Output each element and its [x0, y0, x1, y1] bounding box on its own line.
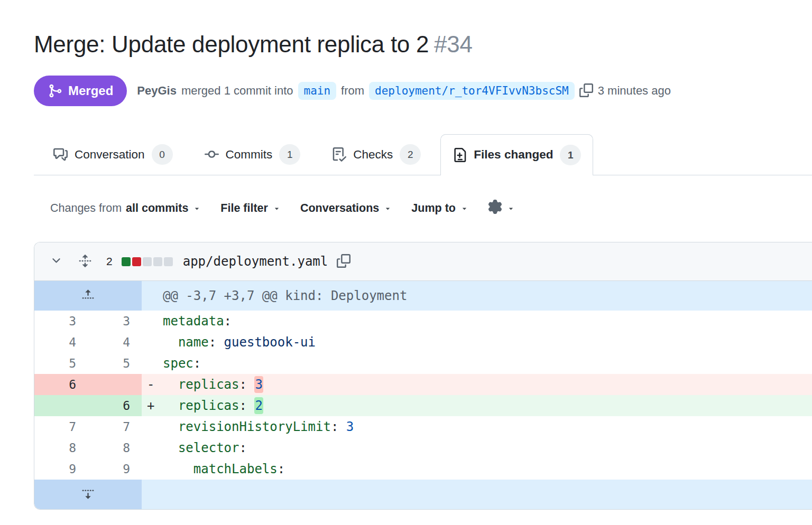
diffstat-squares [122, 257, 173, 266]
old-line-number[interactable]: 3 [34, 311, 88, 332]
code-line: spec: [142, 353, 812, 374]
collapse-file-button[interactable] [50, 255, 62, 268]
hunk-header-text: @@ -3,7 +3,7 @@ kind: Deployment [142, 281, 812, 311]
code-token [163, 398, 178, 413]
old-line-number[interactable]: 4 [34, 332, 88, 353]
code-token: : [224, 314, 232, 329]
git-merge-icon [48, 83, 62, 98]
expander-filler [142, 480, 812, 509]
code-token: : [239, 377, 247, 392]
base-branch-chip[interactable]: main [298, 82, 337, 100]
file-filter-dropdown[interactable]: File filter [220, 202, 281, 215]
code-token: metadata [163, 314, 224, 329]
code-line: revisionHistoryLimit: 3 [142, 416, 812, 437]
unfold-icon [78, 254, 92, 269]
byline-action-text: merged 1 commit into [181, 84, 293, 98]
tab-files-changed[interactable]: Files changed 1 [440, 134, 593, 175]
code-token: 3 [254, 376, 263, 393]
diff-settings-dropdown[interactable] [488, 200, 515, 217]
old-line-number[interactable] [34, 395, 88, 416]
old-line-number[interactable]: 8 [34, 437, 88, 458]
changes-from-value: all commits [126, 202, 188, 215]
tab-label: Commits [226, 148, 273, 162]
new-line-number[interactable]: 5 [88, 353, 142, 374]
new-line-number[interactable]: 8 [88, 437, 142, 458]
triangle-down-icon [384, 204, 392, 212]
diff-file-card: 2 app/deployment.yaml @@ -3,7 +3,7 @@ ki… [34, 242, 812, 510]
code-token: : [209, 335, 216, 350]
code-token: selector [178, 440, 239, 455]
code-token: : [239, 440, 247, 455]
diff-sign: - [147, 374, 163, 395]
triangle-down-icon [193, 204, 201, 212]
pr-number: #34 [434, 31, 473, 57]
merged-time: 3 minutes ago [598, 84, 671, 98]
diff-row-context: 99 matchLabels: [34, 458, 812, 480]
copy-branch-button[interactable] [579, 83, 593, 99]
new-line-number[interactable]: 9 [88, 458, 142, 480]
new-line-number[interactable]: 4 [88, 332, 142, 353]
code-token [163, 335, 178, 350]
diff-sign: + [147, 395, 163, 416]
jump-to-dropdown[interactable]: Jump to [411, 202, 468, 215]
pull-request-page: Merge: Update deployment replica to 2#34… [0, 30, 812, 106]
code-token [338, 419, 346, 434]
old-line-number[interactable]: 7 [34, 416, 88, 437]
file-changes-count: 2 [106, 255, 113, 268]
diff-row-addition: 6+ replicas: 2 [34, 395, 812, 416]
old-line-number[interactable]: 6 [34, 374, 88, 395]
code-token: : [193, 356, 201, 371]
code-token [216, 335, 224, 350]
diffstat-neutral-square [164, 257, 173, 266]
new-line-number[interactable]: 3 [88, 311, 142, 332]
code-token: spec [163, 356, 193, 371]
old-line-number[interactable]: 9 [34, 458, 88, 480]
tab-label: Files changed [474, 148, 553, 162]
tab-counter: 1 [560, 145, 581, 165]
diff-row-expander [34, 480, 812, 509]
tab-counter: 2 [400, 144, 421, 165]
tab-commits[interactable]: Commits 1 [192, 134, 313, 175]
expand-down-button[interactable] [79, 485, 97, 504]
expand-all-button[interactable] [78, 254, 92, 269]
triangle-down-icon [507, 204, 515, 212]
copy-icon [337, 254, 350, 269]
head-branch-chip[interactable]: deployment/r_tor4VFIvvN3bscSM [369, 82, 575, 100]
tab-label: Conversation [75, 148, 145, 162]
jump-to-label: Jump to [411, 202, 456, 215]
code-token [163, 419, 178, 434]
new-line-number[interactable]: 6 [88, 395, 142, 416]
expander-gutter [34, 480, 142, 509]
tab-checks[interactable]: Checks 2 [320, 134, 433, 175]
tab-conversation[interactable]: Conversation 0 [41, 134, 185, 175]
diff-row-context: 44 name: guestbook-ui [34, 332, 812, 353]
pr-byline: PeyGis merged 1 commit into main from de… [137, 82, 671, 100]
file-diff-icon [453, 148, 467, 162]
file-path: app/deployment.yaml [183, 254, 328, 269]
pr-meta-row: Merged PeyGis merged 1 commit into main … [34, 76, 812, 106]
new-line-number[interactable] [88, 374, 142, 395]
code-line: name: guestbook-ui [142, 332, 812, 353]
byline-from-text: from [341, 84, 364, 98]
diff-row-context: 55spec: [34, 353, 812, 374]
code-line: + replicas: 2 [142, 395, 812, 416]
conversations-dropdown[interactable]: Conversations [300, 202, 392, 215]
code-token [247, 398, 254, 413]
tab-label: Checks [353, 148, 393, 162]
code-token: name [178, 335, 209, 350]
gear-icon [488, 200, 502, 217]
code-token: replicas [178, 377, 239, 392]
old-line-number[interactable]: 5 [34, 353, 88, 374]
diff-toolbar: Changes from all commits File filter Con… [50, 200, 812, 217]
changes-from-dropdown[interactable]: all commits [126, 202, 201, 215]
author-link[interactable]: PeyGis [137, 84, 177, 98]
copy-file-path-button[interactable] [337, 254, 350, 269]
code-token: 3 [346, 419, 354, 434]
code-line: metadata: [142, 311, 812, 332]
diff-row-context: 88 selector: [34, 437, 812, 458]
new-line-number[interactable]: 7 [88, 416, 142, 437]
code-token: matchLabels [193, 462, 278, 476]
changes-from-label: Changes from [50, 202, 122, 215]
expand-up-button[interactable] [79, 286, 97, 305]
diff-row-deletion: 6- replicas: 3 [34, 374, 812, 395]
